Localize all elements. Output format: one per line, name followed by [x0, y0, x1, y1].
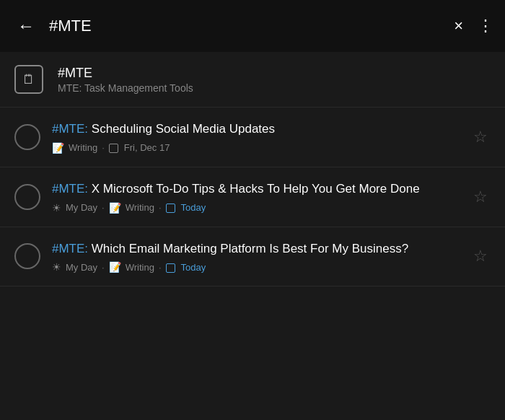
tag-title: #MTE: [58, 66, 491, 81]
task-title-2: #MTE: X Microsoft To-Do Tips & Hacks To …: [52, 180, 459, 198]
task-checkbox-2[interactable]: [14, 184, 40, 210]
task-tag-3: #MTE:: [52, 242, 88, 255]
tag-subtitle: MTE: Task Management Tools: [58, 82, 491, 94]
myday-label-2: My Day: [66, 202, 97, 213]
task-meta-2: ☀ My Day · 📝 Writing · Today: [52, 202, 459, 214]
task-star-1[interactable]: ☆: [470, 125, 491, 149]
back-button[interactable]: ←: [12, 10, 40, 42]
task-meta-1: 📝 Writing · Fri, Dec 17: [52, 142, 459, 154]
header-actions: × ⋮: [454, 17, 493, 35]
myday-icon-3: ☀: [52, 261, 61, 273]
task-title-3: #MTE: Which Email Marketing Platform Is …: [52, 240, 459, 258]
writing-icon-2: 📝: [109, 202, 121, 214]
header: ← × ⋮: [0, 0, 505, 52]
calendar-icon-1: [109, 144, 118, 153]
myday-label-3: My Day: [66, 262, 97, 273]
task-star-2[interactable]: ☆: [470, 185, 491, 209]
tag-icon: 🗒: [14, 65, 43, 94]
calendar-icon-3: [166, 263, 175, 273]
date-label-1: Fri, Dec 17: [124, 142, 170, 153]
tag-result-item[interactable]: 🗒 #MTE MTE: Task Management Tools: [0, 52, 505, 108]
task-tag-2: #MTE:: [52, 182, 88, 196]
task-content-1: #MTE: Scheduling Social Media Updates 📝 …: [52, 121, 459, 154]
task-item-3: #MTE: Which Email Marketing Platform Is …: [0, 227, 505, 287]
tag-info: #MTE MTE: Task Management Tools: [58, 66, 491, 94]
clear-button[interactable]: ×: [454, 17, 463, 35]
more-menu-button[interactable]: ⋮: [478, 17, 493, 35]
date-label-3: Today: [181, 262, 206, 273]
search-input[interactable]: [49, 17, 445, 35]
task-checkbox-3[interactable]: [14, 243, 40, 269]
task-checkbox-1[interactable]: [14, 124, 40, 150]
writing-label-1: Writing: [69, 142, 97, 153]
date-label-2: Today: [181, 202, 206, 213]
writing-icon-1: 📝: [52, 142, 64, 154]
writing-icon-3: 📝: [109, 261, 121, 273]
task-title-1: #MTE: Scheduling Social Media Updates: [52, 121, 459, 138]
writing-label-3: Writing: [126, 262, 154, 273]
task-meta-3: ☀ My Day · 📝 Writing · Today: [52, 261, 459, 273]
task-star-3[interactable]: ☆: [470, 244, 491, 268]
task-content-3: #MTE: Which Email Marketing Platform Is …: [52, 240, 459, 274]
task-content-2: #MTE: X Microsoft To-Do Tips & Hacks To …: [52, 180, 459, 214]
calendar-icon-2: [166, 204, 175, 213]
task-tag-1: #MTE:: [52, 122, 88, 136]
task-item-2: #MTE: X Microsoft To-Do Tips & Hacks To …: [0, 167, 505, 227]
writing-label-2: Writing: [126, 202, 154, 213]
myday-icon-2: ☀: [52, 202, 61, 214]
task-item: #MTE: Scheduling Social Media Updates 📝 …: [0, 108, 505, 167]
